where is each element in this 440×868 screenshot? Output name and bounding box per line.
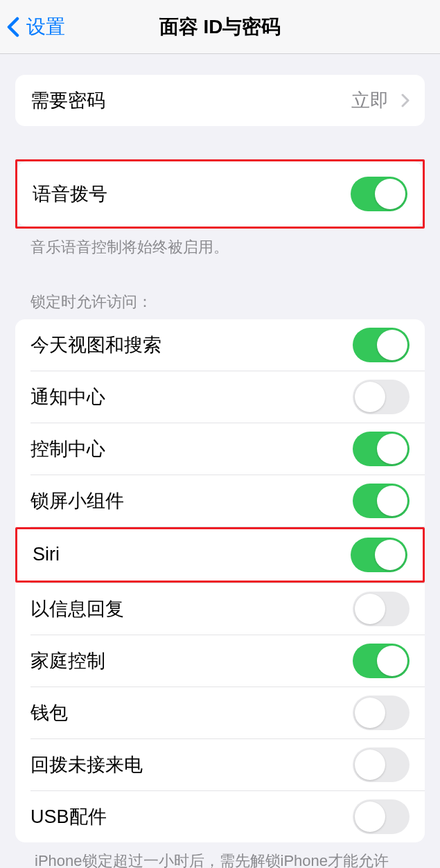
- page-title: 面容 ID与密码: [159, 14, 281, 40]
- locked-item-row: 钱包: [15, 687, 425, 738]
- locked-item-row: 通知中心: [15, 371, 425, 423]
- toggle-knob: [355, 594, 385, 624]
- locked-item-label: USB配件: [30, 804, 107, 829]
- voice-dial-toggle[interactable]: [351, 177, 407, 211]
- locked-item-toggle[interactable]: [353, 432, 410, 466]
- locked-access-header: 锁定时允许访问：: [15, 292, 425, 319]
- chevron-right-icon: [401, 94, 410, 107]
- locked-item-row: 锁屏小组件: [15, 475, 425, 526]
- locked-item-label: 控制中心: [30, 436, 105, 461]
- back-button[interactable]: 设置: [0, 14, 65, 40]
- toggle-knob: [377, 434, 407, 464]
- locked-item-label: 今天视图和搜索: [30, 333, 161, 357]
- locked-item-toggle[interactable]: [353, 592, 410, 626]
- toggle-knob: [375, 179, 405, 209]
- toggle-knob: [377, 486, 407, 516]
- back-label: 设置: [26, 14, 65, 40]
- toggle-knob: [377, 330, 407, 360]
- locked-item-toggle[interactable]: [353, 799, 410, 834]
- locked-item-row: Siri: [17, 529, 423, 581]
- locked-item-row: 以信息回复: [15, 583, 425, 635]
- require-passcode-label: 需要密码: [30, 88, 105, 113]
- locked-item-label: 回拨未接来电: [30, 752, 143, 777]
- toggle-knob: [377, 646, 407, 676]
- locked-item-toggle[interactable]: [353, 484, 410, 518]
- require-passcode-group: 需要密码 立即: [15, 75, 425, 126]
- locked-item-row: 今天视图和搜索: [15, 319, 425, 371]
- locked-item-label: 锁屏小组件: [30, 488, 124, 513]
- locked-item-row: 回拨未接来电: [15, 739, 425, 790]
- locked-item-toggle[interactable]: [353, 380, 410, 414]
- toggle-knob: [355, 750, 385, 780]
- locked-item-toggle[interactable]: [353, 747, 410, 782]
- locked-item-label: Siri: [33, 544, 60, 565]
- locked-item-row: 控制中心: [15, 423, 425, 475]
- locked-item-label: 家庭控制: [30, 648, 105, 673]
- require-passcode-value-wrap: 立即: [351, 88, 410, 113]
- voice-dial-label: 语音拨号: [33, 181, 107, 206]
- locked-item-toggle[interactable]: [351, 538, 407, 572]
- toggle-knob: [355, 382, 385, 412]
- toggle-knob: [355, 698, 385, 728]
- locked-item-label: 钱包: [30, 700, 68, 725]
- voice-dial-footnote: 音乐语音控制将始终被启用。: [15, 229, 425, 258]
- voice-dial-group: 语音拨号: [17, 161, 423, 227]
- voice-dial-row: 语音拨号: [17, 161, 423, 227]
- navigation-bar: 设置 面容 ID与密码: [0, 0, 440, 54]
- require-passcode-value: 立即: [351, 88, 389, 113]
- locked-item-toggle[interactable]: [353, 696, 410, 730]
- locked-item-toggle[interactable]: [353, 328, 410, 362]
- require-passcode-row[interactable]: 需要密码 立即: [15, 75, 425, 126]
- toggle-knob: [355, 801, 385, 832]
- toggle-knob: [375, 540, 405, 570]
- locked-item-row: USB配件: [15, 791, 425, 842]
- locked-item-label: 以信息回复: [30, 596, 124, 621]
- locked-item-toggle[interactable]: [353, 644, 410, 678]
- chevron-left-icon: [7, 17, 19, 37]
- usb-footnote: iPhone锁定超过一小时后，需先解锁iPhone才能允许USB 配件连接。: [15, 842, 425, 868]
- locked-access-group: 今天视图和搜索通知中心控制中心锁屏小组件Siri以信息回复家庭控制钱包回拨未接来…: [15, 319, 425, 842]
- locked-item-row: 家庭控制: [15, 635, 425, 687]
- locked-item-label: 通知中心: [30, 384, 105, 409]
